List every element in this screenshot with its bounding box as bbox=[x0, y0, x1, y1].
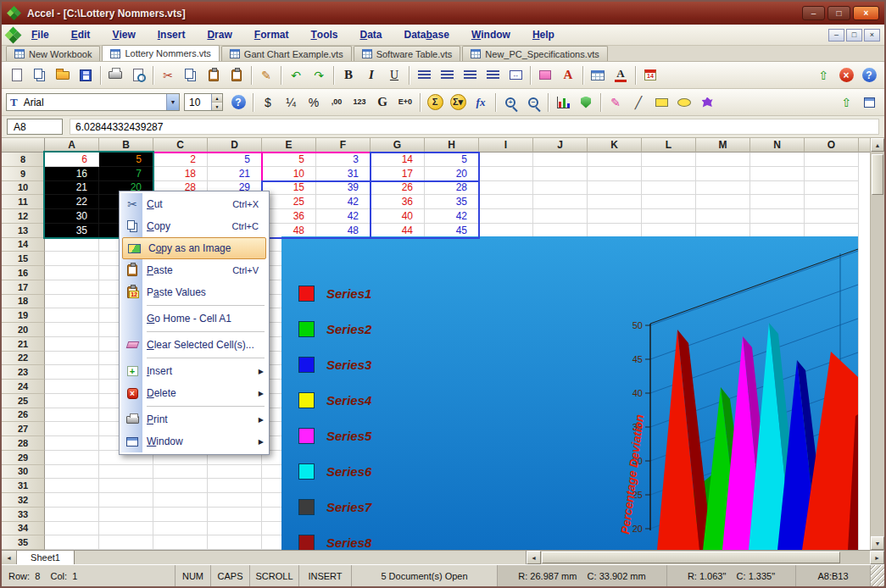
menu-item-delete[interactable]: ×Delete▶ bbox=[121, 382, 267, 404]
maximize-button[interactable]: □ bbox=[827, 6, 850, 20]
cell-d8[interactable]: 5 bbox=[208, 153, 262, 167]
cell-a12[interactable]: 30 bbox=[45, 209, 99, 224]
cell-m9[interactable] bbox=[696, 167, 750, 181]
cell-a26[interactable] bbox=[45, 408, 99, 423]
cell-o13[interactable] bbox=[805, 224, 859, 238]
cell-i9[interactable] bbox=[479, 167, 533, 181]
cell-j11[interactable] bbox=[533, 195, 588, 209]
row-header-27[interactable]: 27 bbox=[2, 422, 45, 436]
column-header-b[interactable]: B bbox=[99, 138, 153, 153]
cell-h10[interactable]: 28 bbox=[425, 181, 479, 196]
font-name-select[interactable]: T Arial ▼ bbox=[6, 93, 180, 111]
cell-a28[interactable] bbox=[45, 436, 99, 451]
draw-line-button[interactable]: ╱ bbox=[627, 92, 649, 114]
cell-e13[interactable]: 48 bbox=[262, 224, 316, 238]
cell-b8[interactable]: 5 bbox=[99, 153, 153, 167]
fill-color-button[interactable] bbox=[534, 64, 556, 86]
cell-a16[interactable] bbox=[45, 266, 99, 280]
cell-g8[interactable]: 14 bbox=[371, 153, 425, 167]
zoom-in-button[interactable]: + bbox=[499, 92, 521, 114]
row-header-25[interactable]: 25 bbox=[2, 394, 45, 408]
cell-a20[interactable] bbox=[45, 323, 99, 337]
close-button[interactable]: × bbox=[853, 6, 879, 20]
scroll-left-icon[interactable]: ◄ bbox=[527, 551, 541, 564]
row-header-12[interactable]: 12 bbox=[2, 209, 45, 224]
cell-a9[interactable]: 16 bbox=[45, 167, 99, 181]
menu-item-draw[interactable]: Draw bbox=[196, 25, 242, 45]
cell-j8[interactable] bbox=[533, 153, 588, 167]
menu-item-help[interactable]: Help bbox=[521, 25, 566, 45]
cell-a27[interactable] bbox=[45, 422, 99, 436]
doc-tab-new-pc-specifications-vts[interactable]: New_PC_Specifications.vts bbox=[462, 46, 608, 61]
cell-f10[interactable]: 39 bbox=[316, 181, 371, 196]
paste-button[interactable] bbox=[203, 64, 225, 86]
spin-up-icon[interactable]: ▲ bbox=[212, 94, 222, 103]
paste-special-button[interactable] bbox=[226, 64, 248, 86]
row-header-26[interactable]: 26 bbox=[2, 408, 45, 423]
bold-button[interactable]: B bbox=[337, 64, 359, 86]
sheet-tab-sheet1[interactable]: Sheet1 bbox=[17, 551, 75, 564]
row-header-34[interactable]: 34 bbox=[2, 522, 45, 536]
edit-pencil-button[interactable]: ✎ bbox=[255, 64, 277, 86]
cell-e8[interactable]: 5 bbox=[262, 153, 316, 167]
menu-item-insert[interactable]: +Insert▶ bbox=[121, 360, 267, 382]
draw-ellipse-button[interactable] bbox=[673, 92, 695, 114]
cell-f13[interactable]: 48 bbox=[316, 224, 371, 238]
cell-m12[interactable] bbox=[696, 209, 750, 224]
cell-a21[interactable] bbox=[45, 337, 99, 352]
sheet-tab-scroll-icon[interactable]: ◄ bbox=[2, 551, 17, 564]
print-preview-button[interactable] bbox=[127, 64, 149, 86]
cell-o8[interactable] bbox=[805, 153, 859, 167]
row-header-29[interactable]: 29 bbox=[2, 451, 45, 465]
vertical-scrollbar[interactable]: ▲ ▼ bbox=[870, 138, 884, 550]
cell-h8[interactable]: 5 bbox=[425, 153, 479, 167]
column-header-o[interactable]: O bbox=[805, 138, 859, 153]
row-header-21[interactable]: 21 bbox=[2, 337, 45, 352]
align-center-button[interactable] bbox=[436, 64, 458, 86]
row-header-33[interactable]: 33 bbox=[2, 508, 45, 522]
cell-g12[interactable]: 40 bbox=[371, 209, 425, 224]
cell-k8[interactable] bbox=[588, 153, 642, 167]
menu-item-view[interactable]: View bbox=[101, 25, 146, 45]
cell-g13[interactable]: 44 bbox=[371, 224, 425, 238]
insert-table-button[interactable] bbox=[587, 64, 609, 86]
cell-a34[interactable] bbox=[45, 522, 99, 536]
cell-a17[interactable] bbox=[45, 280, 99, 295]
doc-tab-gant-chart-example-vts[interactable]: Gant Chart Example.vts bbox=[221, 46, 352, 61]
cell-i10[interactable] bbox=[479, 181, 533, 196]
format-cells-button[interactable]: A bbox=[557, 64, 579, 86]
cell-m13[interactable] bbox=[696, 224, 750, 238]
cell-i8[interactable] bbox=[479, 153, 533, 167]
cell-d34[interactable] bbox=[208, 522, 262, 536]
cell-b31[interactable] bbox=[99, 479, 153, 493]
cell-a24[interactable] bbox=[45, 380, 99, 394]
font-dropdown-icon[interactable]: ▼ bbox=[166, 94, 179, 110]
format-scientific-button[interactable]: E+0 bbox=[394, 92, 416, 114]
row-header-22[interactable]: 22 bbox=[2, 352, 45, 366]
cell-d32[interactable] bbox=[208, 493, 262, 508]
merge-cells-button[interactable] bbox=[504, 64, 527, 86]
menu-item-copy-as-an-image[interactable]: Copy as an Image bbox=[122, 237, 266, 259]
horizontal-scroll-thumb[interactable] bbox=[542, 552, 840, 563]
format-general-button[interactable]: G bbox=[371, 92, 393, 114]
cell-o12[interactable] bbox=[805, 209, 859, 224]
cell-d33[interactable] bbox=[208, 508, 262, 522]
doc-tab-software-table-vts[interactable]: Software Table.vts bbox=[354, 46, 461, 61]
cell-o9[interactable] bbox=[805, 167, 859, 181]
cell-n9[interactable] bbox=[750, 167, 805, 181]
menu-item-cut[interactable]: ✂CutCtrl+X bbox=[121, 193, 267, 215]
cell-b30[interactable] bbox=[99, 465, 153, 480]
column-header-j[interactable]: J bbox=[533, 138, 588, 153]
cell-d9[interactable]: 21 bbox=[208, 167, 262, 181]
cell-m8[interactable] bbox=[696, 153, 750, 167]
vertical-scroll-thumb[interactable] bbox=[872, 154, 883, 195]
vertical-scroll-track[interactable] bbox=[871, 152, 884, 536]
cell-j13[interactable] bbox=[533, 224, 588, 238]
cell-k9[interactable] bbox=[588, 167, 642, 181]
cell-c33[interactable] bbox=[153, 508, 208, 522]
cell-l13[interactable] bbox=[642, 224, 696, 238]
cell-f8[interactable]: 3 bbox=[316, 153, 371, 167]
row-header-14[interactable]: 14 bbox=[2, 238, 45, 252]
cell-e12[interactable]: 36 bbox=[262, 209, 316, 224]
italic-button[interactable]: I bbox=[360, 64, 382, 86]
